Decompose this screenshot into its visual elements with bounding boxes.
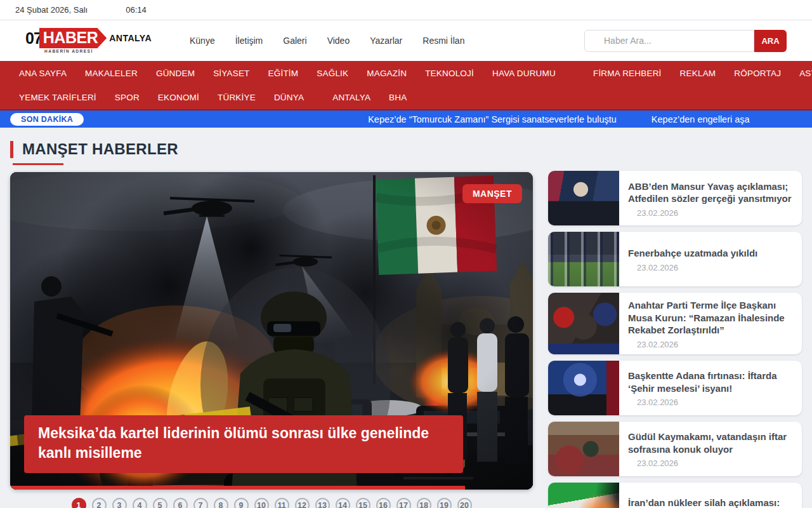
nav-link[interactable]: REKLAM xyxy=(680,69,716,78)
nav-link[interactable]: SPOR xyxy=(115,93,140,102)
nav-link[interactable]: EĞİTİM xyxy=(268,69,299,78)
nav-link[interactable]: MAGAZİN xyxy=(367,69,407,78)
logo-name: HABER xyxy=(39,28,107,48)
pagination-page[interactable]: 14 xyxy=(336,498,350,508)
news-date: 23.02.2026 xyxy=(628,208,794,218)
search-button[interactable]: ARA xyxy=(754,30,787,52)
nav-link[interactable]: YEMEK TARİFLERİ xyxy=(19,93,96,102)
pagination-page[interactable]: 15 xyxy=(356,498,370,508)
news-card[interactable]: Güdül Kaymakamı, vatandaşın iftar sofras… xyxy=(548,422,802,476)
news-thumbnail xyxy=(548,171,619,225)
featured-title: Meksika’da kartel liderinin ölümü sonras… xyxy=(24,415,463,473)
nav-link[interactable]: ASTROLOJİ xyxy=(799,69,812,78)
main-navigation: ANA SAYFAMAKALELERGÜNDEMSİYASETEĞİTİMSAĞ… xyxy=(0,61,812,109)
news-date: 23.02.2026 xyxy=(628,458,794,468)
nav-link[interactable]: SAĞLIK xyxy=(317,69,348,78)
news-card-body: İran’dan nükleer silah açıklaması: “Böyl… xyxy=(619,483,802,508)
news-title: Güdül Kaymakamı, vatandaşın iftar sofras… xyxy=(628,431,794,455)
pagination-page[interactable]: 7 xyxy=(193,498,208,508)
site-logo[interactable]: 07 HABER ANTALYA HABERİN ADRESİ xyxy=(25,28,152,53)
nav-link[interactable]: ANA SAYFA xyxy=(19,69,67,78)
current-date: 24 Şubat 2026, Salı xyxy=(15,5,88,15)
main-column: MANŞET HABERLER xyxy=(10,139,533,508)
header-menu-link[interactable]: Galeri xyxy=(283,36,306,46)
news-card[interactable]: İran’dan nükleer silah açıklaması: “Böyl… xyxy=(548,483,802,508)
page-title: MANŞET HABERLER xyxy=(22,140,178,158)
logo-tagline: HABERİN ADRESİ xyxy=(44,49,152,53)
news-card[interactable]: Fenerbahçe uzatmada yıkıldı 23.02.2026 xyxy=(548,232,802,286)
pagination-page[interactable]: 8 xyxy=(214,498,228,508)
pagination-page[interactable]: 3 xyxy=(112,498,127,508)
main-nav-row-2: YEMEK TARİFLERİSPOREKONOMİTÜRKİYEDÜNYAAN… xyxy=(19,85,793,109)
news-thumbnail xyxy=(548,422,619,476)
pagination-page[interactable]: 9 xyxy=(234,498,249,508)
header-menu-link[interactable]: Resmi İlan xyxy=(422,36,464,46)
ticker-track: Kepez’de “Tomurcuk Zamanı” Sergisi sanat… xyxy=(368,114,749,124)
search-input[interactable] xyxy=(584,30,754,52)
news-title: Fenerbahçe uzatmada yıkıldı xyxy=(628,247,794,260)
pagination-page[interactable]: 5 xyxy=(153,498,167,508)
news-title: İran’dan nükleer silah açıklaması: “Böyl… xyxy=(628,497,794,508)
news-card-body: Anahtar Parti Terme İlçe Başkanı Musa Ku… xyxy=(619,293,802,354)
pagination-page[interactable]: 19 xyxy=(437,498,452,508)
nav-link[interactable]: BHA xyxy=(389,93,407,102)
nav-link[interactable]: HAVA DURUMU xyxy=(492,69,556,78)
pagination-page[interactable]: 20 xyxy=(457,498,472,508)
nav-link[interactable]: EKONOMİ xyxy=(158,93,199,102)
news-date: 23.02.2026 xyxy=(628,398,794,407)
nav-link[interactable]: MAKALELER xyxy=(85,69,138,78)
sidebar-news-list: ABB’den Mansur Yavaş açıklaması; Atfedil… xyxy=(548,139,802,508)
header-menu: KünyeİletişimGaleriVideoYazarlarResmi İl… xyxy=(190,36,464,46)
top-utility-bar: 24 Şubat 2026, Salı 06:14 xyxy=(0,0,812,20)
pagination-page[interactable]: 16 xyxy=(376,498,391,508)
pagination-page[interactable]: 10 xyxy=(254,498,269,508)
news-thumbnail xyxy=(548,232,619,286)
nav-link[interactable]: TEKNOLOJİ xyxy=(425,69,474,78)
news-title: Anahtar Parti Terme İlçe Başkanı Musa Ku… xyxy=(628,299,794,337)
header-menu-link[interactable]: Yazarlar xyxy=(370,36,402,46)
nav-link[interactable]: DÜNYA xyxy=(274,93,304,102)
news-card-body: ABB’den Mansur Yavaş açıklaması; Atfedil… xyxy=(619,171,802,225)
slideshow-pagination: 1 2 3 4 5 6 7 8 9 10 11 12 xyxy=(10,498,533,508)
pagination-page[interactable]: 2 xyxy=(92,498,107,508)
pagination-page[interactable]: 12 xyxy=(295,498,310,508)
ticker-item[interactable]: Kepez’den engelleri aşa xyxy=(652,114,750,124)
main-nav-row-1: ANA SAYFAMAKALELERGÜNDEMSİYASETEĞİTİMSAĞ… xyxy=(19,61,793,85)
pagination-page[interactable]: 1 xyxy=(72,498,86,508)
news-card[interactable]: ABB’den Mansur Yavaş açıklaması; Atfedil… xyxy=(548,171,802,225)
nav-link[interactable]: SİYASET xyxy=(213,69,249,78)
news-thumbnail xyxy=(548,483,619,508)
news-card-body: Güdül Kaymakamı, vatandaşın iftar sofras… xyxy=(619,422,802,476)
news-card[interactable]: Anahtar Parti Terme İlçe Başkanı Musa Ku… xyxy=(548,293,802,354)
news-card-body: Fenerbahçe uzatmada yıkıldı 23.02.2026 xyxy=(619,232,802,286)
pagination-page[interactable]: 6 xyxy=(173,498,188,508)
nav-link[interactable]: TÜRKİYE xyxy=(218,93,256,102)
nav-link[interactable]: ANTALYA xyxy=(332,93,370,102)
header-menu-link[interactable]: İletişim xyxy=(235,36,263,46)
nav-link[interactable]: FİRMA REHBERİ xyxy=(593,69,662,78)
pagination-page[interactable]: 13 xyxy=(315,498,330,508)
ticker-item[interactable]: Kepez’de “Tomurcuk Zamanı” Sergisi sanat… xyxy=(368,114,617,124)
featured-story[interactable]: MANŞET Meksika’da kartel liderinin ölümü… xyxy=(10,172,533,490)
breaking-news-ticker: SON DAKİKA Kepez’de “Tomurcuk Zamanı” Se… xyxy=(0,109,812,128)
current-time: 06:14 xyxy=(126,5,147,15)
pagination-page[interactable]: 18 xyxy=(417,498,431,508)
pagination-page[interactable]: 4 xyxy=(133,498,147,508)
header-menu-link[interactable]: Künye xyxy=(190,36,215,46)
news-card-body: Başkentte Adana fırtınası: İftarda ‘Şehi… xyxy=(619,361,802,415)
news-card[interactable]: Başkentte Adana fırtınası: İftarda ‘Şehi… xyxy=(548,361,802,415)
news-date: 23.02.2026 xyxy=(628,340,794,349)
nav-link[interactable]: GÜNDEM xyxy=(156,69,195,78)
section-header: MANŞET HABERLER xyxy=(10,140,533,158)
nav-link[interactable]: RÖPORTAJ xyxy=(734,69,781,78)
pagination-page[interactable]: 11 xyxy=(275,498,289,508)
site-logo-row: 07 HABER ANTALYA xyxy=(25,28,152,48)
slideshow-progress-bar xyxy=(10,486,465,490)
search-bar: ARA xyxy=(584,30,787,52)
page-content: MANŞET HABERLER xyxy=(0,128,812,508)
news-thumbnail xyxy=(548,293,619,354)
header-menu-link[interactable]: Video xyxy=(327,36,350,46)
section-accent-bar xyxy=(10,141,13,158)
pagination-page[interactable]: 17 xyxy=(396,498,411,508)
news-date: 23.02.2026 xyxy=(628,263,794,272)
